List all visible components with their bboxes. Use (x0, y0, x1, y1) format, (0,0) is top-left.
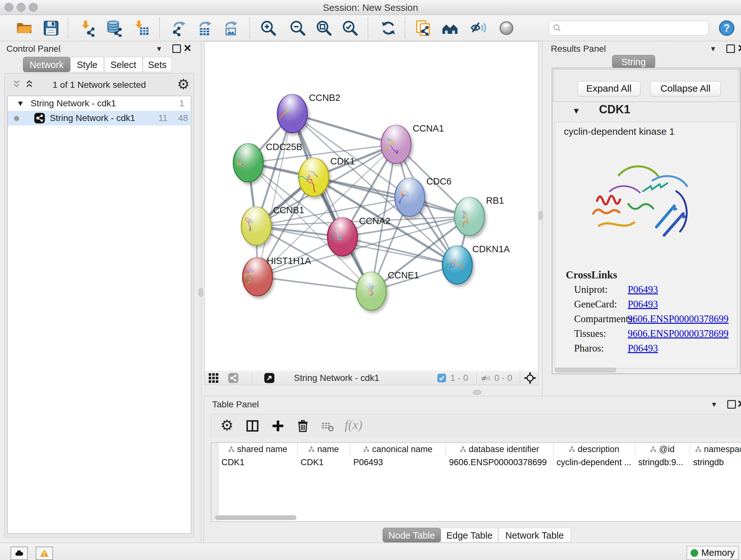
left-split-handle[interactable] (199, 288, 203, 297)
cloud-status-button[interactable] (10, 547, 28, 560)
crosslink-link[interactable]: P06493 (628, 299, 658, 310)
panel-menu-icon[interactable]: ▾ (712, 400, 716, 408)
network-node-CCNE1[interactable]: CCNE1 (356, 270, 419, 310)
collection-expander-icon[interactable]: ▼ (17, 96, 24, 111)
results-panel: Results Panel ▾ × String Expand All Coll… (542, 41, 741, 396)
gene-expander-icon[interactable]: ▼ (572, 106, 581, 116)
collapse-all-button[interactable]: Collapse All (650, 81, 721, 97)
network-canvas[interactable]: CCNB2CCNA1CDC25BCDK1CDC6RB1CCNB1CCNA2CDK… (204, 41, 539, 371)
fit-selected-crosshair-icon[interactable] (524, 372, 536, 384)
svg-text:CCNE1: CCNE1 (388, 270, 419, 280)
network-node-HIST1H1A[interactable]: HIST1H1A (243, 256, 311, 296)
birds-eye-view-icon[interactable] (264, 372, 275, 384)
network-node-CDC25B[interactable]: CDC25B (233, 142, 302, 182)
table-cell[interactable]: CDK1 (220, 456, 297, 469)
table-cell[interactable]: 9606.ENSP00000378699 (448, 456, 553, 469)
float-panel-icon[interactable] (726, 44, 735, 53)
viewbar-separator (252, 372, 252, 383)
crosslink-link[interactable]: P06493 (628, 284, 658, 295)
expand-all-button[interactable]: Expand All (577, 81, 641, 97)
clone-network-icon[interactable] (414, 19, 432, 37)
column-header-shared-name[interactable]: shared name (218, 443, 297, 455)
zoom-out-icon[interactable] (288, 19, 307, 37)
table-cell[interactable]: P06493 (352, 456, 446, 469)
string-network-icon (34, 112, 45, 124)
import-table-icon[interactable] (132, 19, 151, 37)
network-node-CCNB2[interactable]: CCNB2 (277, 92, 340, 133)
tab-select[interactable]: Select (104, 57, 143, 72)
network-collection-row[interactable]: ▼ String Network - cdk1 1 (8, 96, 190, 111)
table-hscrollbar[interactable] (215, 515, 296, 520)
zoom-selected-icon[interactable] (341, 19, 359, 37)
hide-unhide-icon[interactable] (470, 19, 488, 37)
close-panel-icon[interactable]: × (738, 399, 741, 408)
delete-column-trash-icon[interactable] (295, 418, 311, 434)
zoom-fit-icon[interactable] (315, 19, 333, 37)
import-network-file-icon[interactable] (79, 19, 97, 37)
network-node-CDKN1A[interactable]: CDKN1A (442, 244, 510, 284)
grid-view-icon[interactable] (208, 372, 219, 384)
gene-details: cyclin-dependent kinase 1 (555, 122, 737, 368)
crosslink-label: Compartments: (574, 313, 635, 325)
export-table-icon[interactable] (196, 19, 214, 37)
add-column-icon[interactable] (270, 418, 286, 434)
column-header-name[interactable]: name (297, 443, 350, 455)
tab-string[interactable]: String (612, 55, 655, 68)
help-icon[interactable]: ? (718, 19, 736, 37)
hidden-eye-slash-icon[interactable] (481, 373, 491, 383)
network-options-gear-icon[interactable]: ⚙ (177, 76, 190, 92)
crosslink-link[interactable]: 9606.ENSP00000378699 (628, 313, 729, 325)
save-session-icon[interactable] (42, 19, 60, 37)
svg-text:CDKN1A: CDKN1A (472, 244, 510, 254)
refresh-view-icon[interactable] (379, 19, 398, 37)
zoom-in-icon[interactable] (259, 19, 278, 37)
crosslinks-heading: CrossLinks (566, 269, 617, 281)
close-panel-icon[interactable]: × (184, 43, 191, 53)
column-header--id[interactable]: @id (635, 443, 690, 455)
float-panel-icon[interactable] (172, 44, 181, 53)
home-icon[interactable] (441, 19, 459, 37)
network-edge-count: 48 (178, 111, 188, 125)
tab-network[interactable]: Network (23, 57, 70, 72)
sphere-icon[interactable] (497, 19, 516, 37)
column-header-namespace[interactable]: namespace (690, 443, 741, 455)
export-network-icon[interactable] (170, 19, 188, 37)
show-columns-icon[interactable] (245, 418, 260, 434)
import-network-database-icon[interactable] (105, 19, 124, 37)
crosslink-link[interactable]: 9606.ENSP00000378699 (628, 328, 729, 339)
tab-sets[interactable]: Sets (143, 57, 172, 72)
panel-menu-icon[interactable]: ▾ (711, 44, 715, 53)
results-hscrollbar[interactable] (555, 368, 616, 372)
network-row-selected[interactable]: String Network - cdk1 11 48 (8, 111, 190, 125)
memory-button[interactable]: Memory (687, 546, 738, 560)
crosslink-link[interactable]: P06493 (628, 343, 658, 354)
export-image-icon[interactable] (221, 19, 240, 37)
close-panel-icon[interactable]: × (738, 43, 741, 53)
bottom-split-handle[interactable] (473, 390, 481, 395)
table-cell[interactable]: stringdb:9... (637, 456, 690, 469)
network-node-CCNA1[interactable]: CCNA1 (381, 123, 444, 164)
share-view-icon[interactable] (227, 372, 239, 384)
selected-checkbox-icon[interactable] (437, 373, 447, 383)
column-header-description[interactable]: description (553, 443, 635, 455)
tab-edge-table[interactable]: Edge Table (441, 528, 498, 543)
panel-menu-icon[interactable]: ▾ (157, 44, 161, 53)
search-box (549, 21, 709, 36)
table-cell[interactable]: CDK1 (299, 456, 350, 469)
results-panel-title: Results Panel (551, 44, 606, 54)
tab-node-table[interactable]: Node Table (383, 528, 441, 543)
column-header-canonical-name[interactable]: canonical name (350, 443, 446, 455)
table-cell[interactable]: cyclin-dependent ... (555, 456, 635, 469)
warnings-button[interactable] (36, 547, 53, 560)
tab-network-table[interactable]: Network Table (498, 528, 571, 543)
open-session-icon[interactable] (15, 19, 33, 37)
tab-style[interactable]: Style (70, 57, 104, 72)
table-cell[interactable]: stringdb (692, 456, 741, 469)
search-input[interactable] (564, 23, 699, 34)
column-header-database-identifier[interactable]: database identifier (446, 443, 553, 455)
current-network-title: String Network - cdk1 (294, 373, 380, 383)
table-settings-gear-icon[interactable]: ⚙ (219, 417, 235, 433)
right-split-handle[interactable] (538, 211, 543, 220)
network-node-RB1[interactable]: RB1 (455, 195, 504, 236)
float-panel-icon[interactable] (727, 400, 736, 409)
